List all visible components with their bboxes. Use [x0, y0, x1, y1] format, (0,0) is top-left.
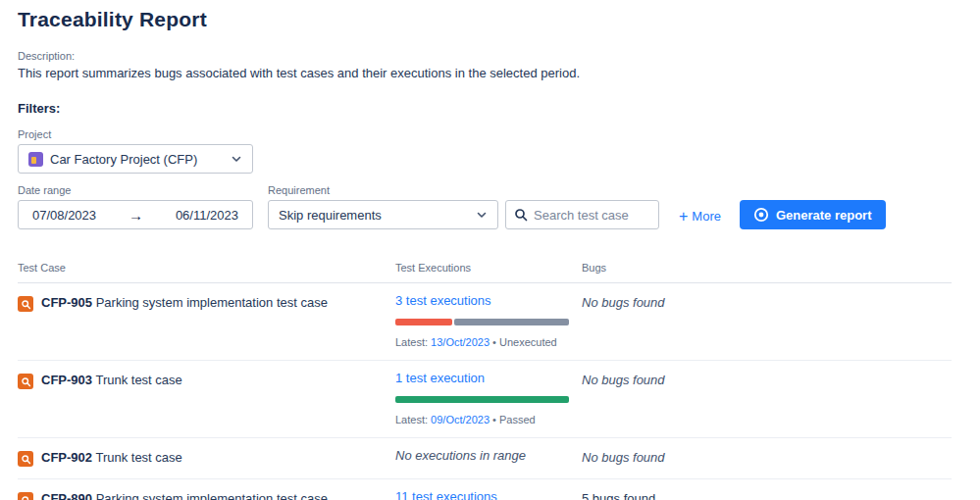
search-input[interactable]	[534, 208, 642, 223]
latest-label: Latest:	[395, 414, 428, 425]
date-range-field: Date range 07/08/2023 → 06/11/2023	[18, 184, 253, 229]
test-case-icon	[18, 451, 33, 467]
test-executions-link[interactable]: 1 test execution	[395, 371, 485, 385]
search-field	[505, 200, 659, 229]
test-case-key[interactable]: CFP-905	[41, 295, 92, 310]
traceability-table: Test Case Test Executions Bugs CFP-905 P…	[18, 262, 952, 500]
description-label: Description:	[18, 50, 980, 62]
no-executions-text: No executions in range	[395, 446, 526, 463]
generate-report-label: Generate report	[776, 208, 872, 223]
more-button-label: More	[692, 209, 721, 224]
latest-execution-date-link[interactable]: 09/Oct/2023	[431, 414, 490, 425]
test-case-icon	[18, 296, 33, 312]
project-select[interactable]: Car Factory Project (CFP)	[18, 144, 253, 174]
date-range-label: Date range	[18, 184, 253, 196]
requirement-field: Requirement Skip requirements	[268, 184, 498, 229]
test-executions-link[interactable]: 3 test executions	[395, 293, 491, 308]
page-title: Traceability Report	[18, 8, 980, 31]
test-case-key[interactable]: CFP-890	[41, 491, 92, 500]
table-row: CFP-905 Parking system implementation te…	[18, 283, 952, 361]
search-icon	[514, 208, 528, 222]
test-case-key[interactable]: CFP-902	[41, 450, 92, 465]
description-text: This report summarizes bugs associated w…	[18, 66, 980, 80]
test-case-icon	[18, 374, 33, 389]
latest-execution-date-link[interactable]: 13/Oct/2023	[431, 336, 490, 348]
latest-execution-status: Unexecuted	[499, 336, 557, 348]
requirement-select[interactable]: Skip requirements	[268, 200, 498, 229]
test-case-summary: Parking system implementation test case	[96, 295, 328, 310]
test-case-key[interactable]: CFP-903	[41, 373, 92, 387]
table-row: CFP-902 Trunk test case No executions in…	[18, 438, 952, 479]
header-test-case: Test Case	[18, 262, 395, 274]
table-header-row: Test Case Test Executions Bugs	[18, 262, 952, 283]
eye-icon	[753, 207, 769, 223]
test-case-summary: Parking system implementation test case	[96, 491, 328, 500]
table-row: CFP-890 Parking system implementation te…	[18, 479, 952, 500]
test-executions-link[interactable]: 11 test executions	[395, 489, 497, 500]
filters-label: Filters:	[18, 101, 980, 116]
latest-execution-status: Passed	[499, 414, 536, 425]
project-avatar-icon	[28, 152, 43, 167]
plus-icon: +	[679, 210, 688, 223]
dot-separator: •	[492, 414, 496, 425]
latest-label: Latest:	[395, 336, 428, 348]
project-label: Project	[18, 128, 980, 140]
chevron-down-icon	[476, 209, 488, 221]
execution-status-bar	[395, 319, 569, 325]
test-case-icon	[18, 492, 33, 500]
header-bugs: Bugs	[582, 262, 952, 274]
no-bugs-found-text: No bugs found	[582, 293, 665, 310]
date-range-picker[interactable]: 07/08/2023 → 06/11/2023	[18, 200, 253, 229]
dot-separator: •	[492, 336, 496, 348]
test-case-summary: Trunk test case	[95, 373, 181, 387]
chevron-down-icon	[231, 153, 242, 165]
date-to-value[interactable]: 06/11/2023	[176, 208, 238, 223]
no-bugs-found-text: No bugs found	[582, 448, 665, 465]
arrow-right-icon: →	[123, 207, 149, 224]
requirement-select-value: Skip requirements	[279, 208, 382, 223]
traceability-report-page: Traceability Report Description: This re…	[0, 0, 980, 500]
table-row: CFP-903 Trunk test case 1 test execution…	[18, 361, 952, 438]
project-select-value: Car Factory Project (CFP)	[50, 152, 197, 167]
filters-row: Date range 07/08/2023 → 06/11/2023 Requi…	[18, 184, 980, 229]
execution-status-bar	[395, 396, 569, 403]
test-case-summary: Trunk test case	[95, 450, 181, 465]
more-filters-button[interactable]: + More	[679, 209, 721, 224]
header-test-executions: Test Executions	[395, 262, 582, 274]
project-field: Project Car Factory Project (CFP)	[18, 128, 980, 174]
date-from-value[interactable]: 07/08/2023	[32, 208, 96, 223]
requirement-label: Requirement	[268, 184, 498, 196]
bugs-found-count: 5 bugs found	[582, 491, 912, 500]
no-bugs-found-text: No bugs found	[582, 371, 665, 387]
generate-report-button[interactable]: Generate report	[740, 200, 886, 229]
